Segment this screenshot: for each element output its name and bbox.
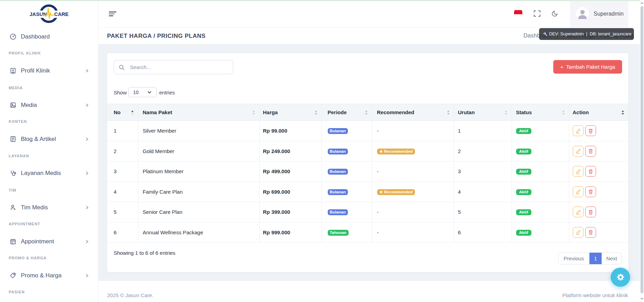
svg-text:CARE: CARE (54, 11, 69, 17)
svg-text:JASUN: JASUN (30, 11, 47, 17)
